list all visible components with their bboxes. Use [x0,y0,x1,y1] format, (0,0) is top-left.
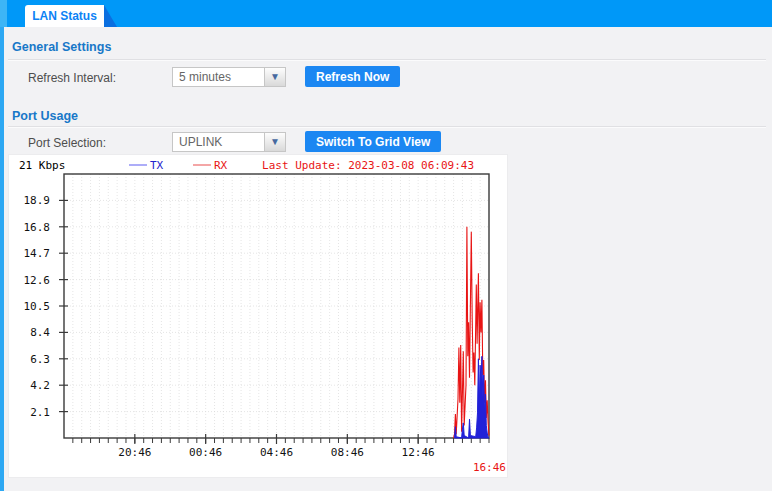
svg-text:RX: RX [214,159,228,172]
svg-text:10.5: 10.5 [24,300,51,313]
svg-text:Last Update: 2023-03-08 06:09:: Last Update: 2023-03-08 06:09:43 [262,159,474,172]
traffic-chart-svg: 18.916.814.712.610.58.46.34.22.120:4600:… [9,155,507,477]
svg-text:00:46: 00:46 [189,446,222,459]
switch-to-grid-view-button[interactable]: Switch To Grid View [305,131,441,152]
refresh-interval-label: Refresh Interval: [28,71,116,85]
divider [8,59,766,61]
refresh-now-button[interactable]: Refresh Now [305,66,400,87]
tab-slant-decoration [104,5,117,27]
svg-text:2.1: 2.1 [30,406,50,419]
svg-text:08:46: 08:46 [331,446,364,459]
svg-text:12:46: 12:46 [402,446,435,459]
svg-text:6.3: 6.3 [30,353,50,366]
lan-status-page: LAN Status General Settings Refresh Inte… [0,0,772,491]
svg-text:TX: TX [150,159,164,172]
port-usage-chart: 18.916.814.712.610.58.46.34.22.120:4600:… [8,154,508,478]
left-accent-strip [0,0,4,491]
svg-text:14.7: 14.7 [24,247,51,260]
svg-text:18.9: 18.9 [24,194,51,207]
refresh-interval-value: 5 minutes [173,68,264,86]
port-selection-label: Port Selection: [28,136,106,150]
svg-text:12.6: 12.6 [24,274,51,287]
svg-text:04:46: 04:46 [260,446,293,459]
refresh-interval-select[interactable]: 5 minutes ▼ [172,67,286,87]
svg-text:4.2: 4.2 [30,379,50,392]
svg-text:16:46: 16:46 [473,461,506,474]
tab-bar-left-cap [0,0,7,27]
svg-text:20:46: 20:46 [118,446,151,459]
chevron-down-icon[interactable]: ▼ [264,133,285,151]
tab-lan-status-label: LAN Status [32,9,97,23]
general-settings-heading: General Settings [12,40,111,54]
port-selection-select[interactable]: UPLINK ▼ [172,132,286,152]
port-usage-heading: Port Usage [12,109,78,123]
port-selection-value: UPLINK [173,133,264,151]
divider [8,126,766,128]
svg-text:21 Kbps: 21 Kbps [19,159,65,172]
chevron-down-icon[interactable]: ▼ [264,68,285,86]
tab-lan-status[interactable]: LAN Status [25,5,104,27]
svg-text:16.8: 16.8 [24,221,51,234]
svg-text:8.4: 8.4 [30,326,50,339]
